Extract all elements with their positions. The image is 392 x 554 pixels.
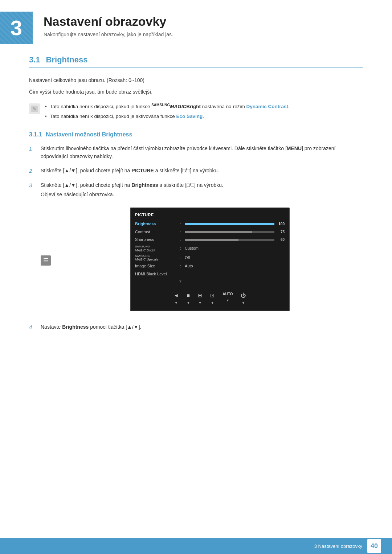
sharpness-value: 60 (277, 237, 285, 243)
contrast-bar (185, 231, 274, 233)
step-2: 2 Stiskněte [▲/▼], pokud chcete přejít n… (29, 167, 363, 175)
menu-icon-grid: ⊡ ▼ (210, 291, 215, 305)
monitor-sidebar-icon: ☰ (41, 255, 51, 266)
monitor-menu-item-imagesize: Image Size : Auto (135, 262, 285, 270)
brightness-value: 100 (277, 221, 285, 227)
subsection-title: 3.1.1 Nastavení možnosti Brightness (29, 131, 363, 138)
step-3: 3 Stiskněte [▲/▼], pokud chcete přejít n… (29, 181, 363, 317)
stop-icon-label: ▼ (187, 300, 190, 305)
menu-label-imagesize: Image Size (135, 263, 179, 270)
pencil-icon: ✎ (30, 105, 38, 113)
grid-icon: ⊡ (210, 291, 215, 299)
menu-label-bright: SAMSUNGMAGIC Bright (135, 245, 179, 253)
auto-icon: AUTO (222, 291, 233, 297)
monitor-menu-item-contrast: Contrast : 75 (135, 228, 285, 236)
sharpness-bar-fill (185, 239, 238, 241)
menu-icon-back: ◄ ▼ (174, 291, 179, 305)
note-item-1: Tato nabídka není k dispozici, pokud je … (45, 103, 363, 111)
auto-icon-label: ▼ (226, 298, 229, 303)
main-content: 3.1 Brightness Nastavení celkového jasu … (0, 55, 392, 332)
brightness-bar (185, 223, 274, 225)
monitor-menu-item-brightness: Brightness : 100 (135, 220, 285, 228)
note-content: Tato nabídka není k dispozici, pokud je … (45, 103, 363, 123)
menu-value-upscale: Off (185, 255, 285, 261)
monitor-menu-title: PICTURE (135, 212, 285, 218)
step-content-2: Stiskněte [▲/▼], pokud chcete přejít na … (41, 167, 363, 175)
chapter-subtitle: Nakonfigurujte nastavení obrazovky, jako… (44, 32, 173, 37)
chapter-title-area: Nastavení obrazovky Nakonfigurujte nasta… (33, 12, 173, 37)
brightness-bar-fill (185, 223, 274, 225)
step-number-3: 3 (29, 181, 36, 190)
contrast-value: 75 (277, 229, 285, 235)
step-content-4: Nastavte Brightness pomocí tlačítka [▲/▼… (41, 323, 363, 331)
menu-value-brightness: 100 (185, 221, 285, 227)
menu-icon-auto: AUTO ▼ (222, 291, 233, 305)
page-footer: 3 Nastavení obrazovky 40 (0, 538, 392, 554)
footer-page-number: 40 (367, 539, 381, 553)
note-icon: ✎ (29, 103, 40, 114)
menu-label-sharpness: Sharpness (135, 237, 179, 243)
monitor-menu-item-bright: SAMSUNGMAGIC Bright : Custom (135, 244, 285, 253)
chapter-title: Nastavení obrazovky (44, 15, 173, 29)
step-3-subnote: Objeví se následující obrazovka. (41, 190, 363, 198)
monitor-menu-item-scroll: ▼ (135, 278, 285, 285)
step-content-1: Stisknutím libovolného tlačítka na předn… (41, 144, 363, 161)
menu-label-upscale: SAMSUNGMAGIC Upscale (135, 254, 179, 262)
menu-label-brightness: Brightness (135, 221, 179, 227)
chapter-header: 3 Nastavení obrazovky Nakonfigurujte nas… (0, 0, 392, 52)
contrast-bar-fill (185, 231, 252, 233)
menu-value-contrast: 75 (185, 229, 285, 235)
note-item-2: Tato nabídka není k dispozici, pokud je … (45, 112, 363, 120)
power-icon: ⏻ (241, 291, 246, 299)
back-icon: ◄ (174, 291, 179, 299)
monitor-menu-item-upscale: SAMSUNGMAGIC Upscale : Off (135, 253, 285, 263)
svg-text:✎: ✎ (33, 106, 37, 112)
subsection-number: 3.1.1 (29, 131, 42, 138)
chapter-number: 3 (11, 17, 22, 38)
note-box: ✎ Tato nabídka není k dispozici, pokud j… (29, 103, 363, 123)
menu-value-sharpness: 60 (185, 237, 285, 243)
monitor-icon-row: ◄ ▼ ■ ▼ ⊞ ▼ ⊡ (135, 289, 285, 305)
monitor-menu-item-sharpness: Sharpness : 60 (135, 236, 285, 244)
menu-icon-stop: ■ ▼ (187, 291, 190, 305)
monitor-menu-item-hdmi: HDMI Black Level (135, 270, 285, 278)
monitor-screen: PICTURE Brightness : 100 (130, 208, 290, 312)
section-title: 3.1 Brightness (29, 55, 363, 67)
menu-label-contrast: Contrast (135, 229, 179, 235)
power-icon-label: ▼ (242, 300, 245, 305)
menu-icon-plus: ⊞ ▼ (198, 291, 202, 305)
back-icon-label: ▼ (175, 300, 178, 305)
plus-icon: ⊞ (198, 291, 202, 299)
plus-icon-label: ▼ (199, 300, 202, 305)
menu-value-bright: Custom (185, 245, 285, 252)
menu-value-imagesize: Auto (185, 263, 285, 270)
monitor-menu-items: Brightness : 100 (135, 220, 285, 285)
menu-label-hdmi: HDMI Black Level (135, 271, 179, 278)
step-content-3: Stiskněte [▲/▼], pokud chcete přejít na … (41, 181, 363, 317)
description-1: Nastavení celkového jasu obrazu. (Rozsah… (29, 76, 363, 84)
steps-list: 1 Stisknutím libovolného tlačítka na pře… (29, 144, 363, 332)
section-number: 3.1 (29, 55, 40, 65)
step-number-1: 1 (29, 144, 36, 153)
section-label: Brightness (46, 55, 88, 65)
chapter-number-box: 3 (0, 12, 33, 44)
footer-chapter-label: 3 Nastavení obrazovky (314, 543, 362, 549)
menu-icon-power: ⏻ ▼ (241, 291, 246, 305)
description-2: Čím vyšší bude hodnota jasu, tím bude ob… (29, 88, 363, 96)
stop-icon: ■ (187, 291, 190, 299)
subsection-label: Nastavení možnosti Brightness (46, 131, 132, 138)
step-4: 4 Nastavte Brightness pomocí tlačítka [▲… (29, 323, 363, 332)
step-number-4: 4 (29, 323, 36, 332)
step-1: 1 Stisknutím libovolného tlačítka na pře… (29, 144, 363, 161)
sharpness-bar (185, 239, 274, 241)
step-number-2: 2 (29, 167, 36, 175)
grid-icon-label: ▼ (211, 300, 214, 305)
